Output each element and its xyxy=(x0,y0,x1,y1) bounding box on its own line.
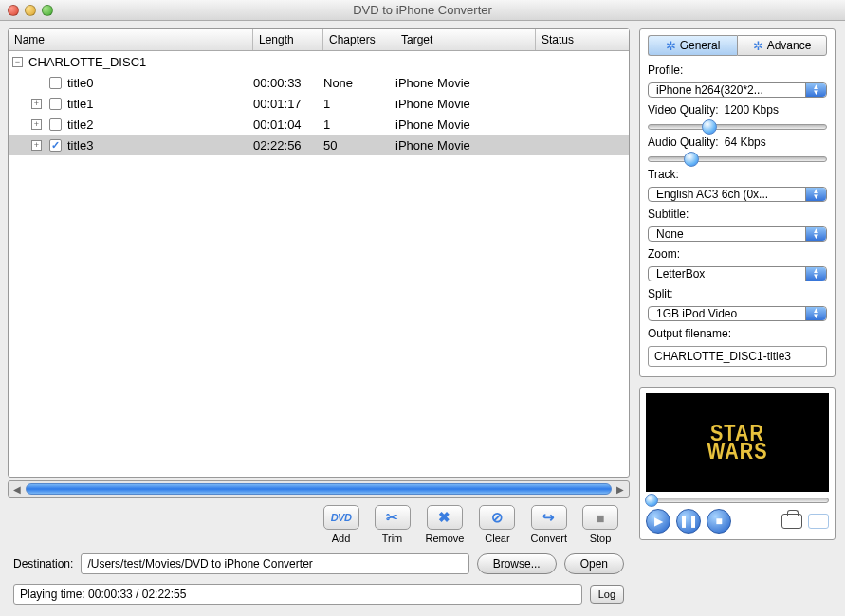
expand-icon[interactable]: + xyxy=(31,119,42,130)
close-window-button[interactable] xyxy=(8,5,19,16)
audio-quality-value: 64 Kbps xyxy=(725,136,766,149)
zoom-label: Zoom: xyxy=(648,247,827,261)
table-row[interactable]: title000:00:33NoneiPhone Movie xyxy=(9,72,629,93)
title-checkbox[interactable] xyxy=(49,118,62,131)
browse-button[interactable]: Browse... xyxy=(477,553,557,574)
prohibit-icon: ⊘ xyxy=(479,505,515,530)
tab-advance[interactable]: ✲Advance xyxy=(737,35,827,56)
pause-button[interactable]: ❚❚ xyxy=(676,509,701,534)
gear-icon: ✲ xyxy=(753,39,763,53)
zoom-window-button[interactable] xyxy=(42,5,53,16)
preview-seek-slider[interactable] xyxy=(646,498,829,503)
stop-preview-button[interactable]: ■ xyxy=(707,509,731,534)
gear-icon: ✲ xyxy=(666,39,676,53)
chevron-updown-icon: ▲▼ xyxy=(805,227,826,241)
chevron-updown-icon: ▲▼ xyxy=(805,188,826,201)
stop-icon: ■ xyxy=(582,505,618,530)
expand-icon[interactable]: + xyxy=(31,99,42,109)
preview-image: STARWARS xyxy=(707,424,768,461)
playing-time-text: Playing time: 00:00:33 / 02:22:55 xyxy=(13,584,582,605)
title-list: Name Length Chapters Target Status −CHAR… xyxy=(8,28,630,478)
title-name: title2 xyxy=(67,118,93,132)
video-quality-value: 1200 Kbps xyxy=(725,103,779,117)
x-icon: ✖ xyxy=(427,505,463,530)
audio-quality-label: Audio Quality: xyxy=(648,136,719,149)
video-quality-slider[interactable] xyxy=(648,124,827,130)
convert-icon: ↪ xyxy=(531,505,567,530)
title-length: 02:22:56 xyxy=(253,138,323,153)
preview-panel: STARWARS ▶ ❚❚ ■ xyxy=(639,387,836,540)
snapshot-button[interactable] xyxy=(781,514,802,529)
stop-button[interactable]: ■ Stop xyxy=(582,505,618,544)
column-headers: Name Length Chapters Target Status xyxy=(9,29,629,51)
status-bar: Playing time: 00:00:33 / 02:22:55 Log xyxy=(8,580,630,608)
image-folder-button[interactable] xyxy=(808,514,829,529)
open-button[interactable]: Open xyxy=(564,553,624,574)
title-target: iPhone Movie xyxy=(395,118,536,132)
collapse-icon[interactable]: − xyxy=(12,57,23,67)
destination-bar: Destination: Browse... Open xyxy=(8,553,630,574)
title-name: title0 xyxy=(67,76,93,90)
trim-button[interactable]: ✂ Trim xyxy=(375,505,411,544)
destination-input[interactable] xyxy=(81,553,468,574)
chevron-updown-icon: ▲▼ xyxy=(805,307,826,320)
title-length: 00:01:04 xyxy=(253,118,323,132)
destination-label: Destination: xyxy=(13,557,73,571)
zoom-select[interactable]: LetterBox▲▼ xyxy=(648,266,827,281)
window-title: DVD to iPhone Converter xyxy=(53,3,792,17)
horizontal-scrollbar[interactable]: ◀ ▶ xyxy=(8,480,630,498)
title-length: 00:01:17 xyxy=(253,97,323,111)
remove-button[interactable]: ✖ Remove xyxy=(426,505,465,544)
scroll-left-icon[interactable]: ◀ xyxy=(10,482,24,496)
settings-panel: ✲General ✲Advance Profile: iPhone h264(3… xyxy=(639,28,836,377)
profile-select[interactable]: iPhone h264(320*2...▲▼ xyxy=(648,82,827,98)
add-button[interactable]: DVD Add xyxy=(323,505,359,544)
table-row[interactable]: +title302:22:5650iPhone Movie xyxy=(9,135,629,155)
split-select[interactable]: 1GB iPod Video▲▼ xyxy=(648,306,827,321)
audio-quality-slider[interactable] xyxy=(648,156,827,162)
table-row[interactable]: +title200:01:041iPhone Movie xyxy=(9,114,629,135)
subtitle-label: Subtitle: xyxy=(648,208,827,221)
log-button[interactable]: Log xyxy=(590,585,624,604)
title-checkbox[interactable] xyxy=(49,98,62,110)
col-name[interactable]: Name xyxy=(9,29,253,50)
table-row[interactable]: +title100:01:171iPhone Movie xyxy=(9,93,629,114)
profile-label: Profile: xyxy=(648,63,827,77)
clear-button[interactable]: ⊘ Clear xyxy=(479,505,515,544)
title-checkbox[interactable] xyxy=(49,77,62,89)
expand-icon[interactable]: + xyxy=(31,140,42,151)
scissors-icon: ✂ xyxy=(375,505,411,530)
title-name: title1 xyxy=(67,97,93,111)
track-select[interactable]: English AC3 6ch (0x...▲▼ xyxy=(648,187,827,202)
title-checkbox[interactable] xyxy=(49,139,62,152)
titlebar: DVD to iPhone Converter xyxy=(0,0,845,21)
minimize-window-button[interactable] xyxy=(25,5,36,16)
title-length: 00:00:33 xyxy=(253,76,323,90)
subtitle-select[interactable]: None▲▼ xyxy=(648,226,827,242)
tab-general[interactable]: ✲General xyxy=(648,35,737,56)
title-chapters: 1 xyxy=(323,118,395,132)
title-target: iPhone Movie xyxy=(395,97,536,111)
output-filename-input[interactable] xyxy=(648,346,827,367)
title-name: title3 xyxy=(67,138,93,153)
col-status[interactable]: Status xyxy=(536,29,629,50)
tree-root[interactable]: −CHARLOTTE_DISC1 xyxy=(9,55,253,69)
scroll-thumb[interactable] xyxy=(26,483,612,495)
title-target: iPhone Movie xyxy=(395,138,536,153)
col-target[interactable]: Target xyxy=(395,29,536,50)
title-chapters: 1 xyxy=(323,97,395,111)
chevron-updown-icon: ▲▼ xyxy=(805,267,826,281)
chevron-updown-icon: ▲▼ xyxy=(805,83,826,97)
dvd-icon: DVD xyxy=(323,505,359,530)
video-quality-label: Video Quality: xyxy=(648,103,719,117)
preview-screen: STARWARS xyxy=(646,393,829,492)
convert-button[interactable]: ↪ Convert xyxy=(530,505,567,544)
col-length[interactable]: Length xyxy=(253,29,323,50)
scroll-right-icon[interactable]: ▶ xyxy=(614,482,627,496)
output-filename-label: Output filename: xyxy=(648,327,827,340)
disc-name: CHARLOTTE_DISC1 xyxy=(28,55,146,69)
main-toolbar: DVD Add ✂ Trim ✖ Remove ⊘ Clear ↪ Conver… xyxy=(8,498,630,552)
play-button[interactable]: ▶ xyxy=(646,509,670,534)
title-chapters: 50 xyxy=(323,138,395,153)
col-chapters[interactable]: Chapters xyxy=(323,29,395,50)
